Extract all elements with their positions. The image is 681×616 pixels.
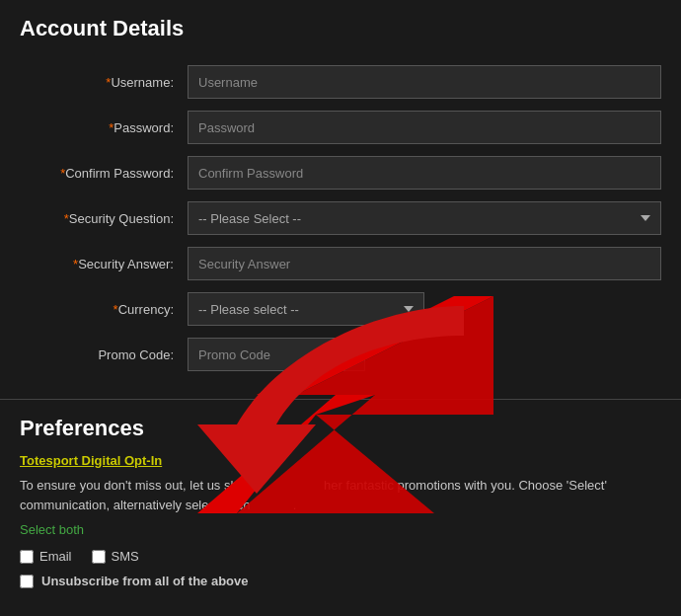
security-question-label: *Security Question: xyxy=(20,211,188,226)
currency-label: *Currency: xyxy=(20,302,188,317)
security-question-row: *Security Question: -- Please Select -- xyxy=(20,201,661,235)
email-sms-row: Email SMS xyxy=(20,549,661,564)
security-answer-row: *Security Answer: xyxy=(20,247,661,280)
sms-label[interactable]: SMS xyxy=(112,549,139,564)
sms-checkbox-item: SMS xyxy=(92,549,139,564)
opt-in-description: To ensure you don't miss out, let us sha… xyxy=(20,476,661,514)
opt-in-title[interactable]: Totesport Digital Opt-In xyxy=(20,453,661,468)
promo-code-input[interactable] xyxy=(188,338,365,371)
account-details-title: Account Details xyxy=(20,16,661,49)
password-input[interactable] xyxy=(188,111,661,144)
password-row: *Password: xyxy=(20,111,661,144)
username-input[interactable] xyxy=(188,65,661,99)
select-both-link[interactable]: Select both xyxy=(20,522,661,537)
security-answer-input[interactable] xyxy=(188,247,661,280)
page-container: Account Details *Username: *Password: *C… xyxy=(0,0,681,608)
sms-checkbox[interactable] xyxy=(92,550,106,564)
password-label: *Password: xyxy=(20,120,188,135)
currency-select[interactable]: -- Please select -- xyxy=(188,292,424,326)
preferences-section: Preferences Totesport Digital Opt-In To … xyxy=(0,400,681,608)
unsubscribe-label[interactable]: Unsubscribe from all of the above xyxy=(41,574,249,588)
promo-code-row: Promo Code: xyxy=(20,338,661,371)
confirm-password-row: *Confirm Password: xyxy=(20,156,661,190)
username-row: *Username: xyxy=(20,65,661,99)
email-label[interactable]: Email xyxy=(39,549,72,564)
confirm-password-label: *Confirm Password: xyxy=(20,166,188,181)
security-question-select[interactable]: -- Please Select -- xyxy=(188,201,661,235)
email-checkbox-item: Email xyxy=(20,549,72,564)
confirm-password-input[interactable] xyxy=(188,156,661,190)
account-details-section: Account Details *Username: *Password: *C… xyxy=(0,0,681,399)
email-checkbox[interactable] xyxy=(20,550,34,564)
preferences-title: Preferences xyxy=(20,416,661,441)
username-label: *Username: xyxy=(20,75,188,90)
promo-code-label: Promo Code: xyxy=(20,347,188,362)
unsubscribe-row: Unsubscribe from all of the above xyxy=(20,574,661,588)
currency-row: *Currency: -- Please select -- xyxy=(20,292,661,326)
unsubscribe-checkbox[interactable] xyxy=(20,575,34,588)
security-answer-label: *Security Answer: xyxy=(20,257,188,271)
